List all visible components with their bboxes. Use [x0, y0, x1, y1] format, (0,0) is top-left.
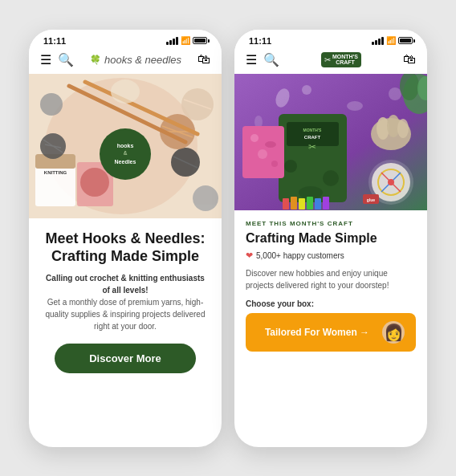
svg-rect-52	[323, 197, 329, 210]
menu-icon[interactable]: ☰	[40, 52, 51, 67]
content-area-2: MEET THIS MONTH'S CRAFT Crafting Made Si…	[234, 210, 427, 447]
svg-point-35	[250, 134, 259, 142]
meet-tag: MEET THIS MONTH'S CRAFT	[246, 220, 416, 227]
status-bar-2: 11:11 📶	[234, 30, 427, 49]
svg-text:&: &	[124, 150, 128, 156]
battery-icon	[193, 37, 207, 44]
svg-point-19	[111, 79, 140, 104]
phone-1: 11:11 📶 ☰ 🔍 🍀 hooks & needles	[29, 30, 222, 447]
choose-box-label: Choose your box:	[246, 299, 416, 308]
search-icon[interactable]: 🔍	[58, 52, 74, 67]
brand-logo-2: ✂ MONTH'S CRAFT	[286, 52, 397, 67]
svg-point-31	[284, 160, 297, 173]
svg-point-37	[258, 149, 267, 159]
hero-svg-2: MONTH'S CRAFT ✂	[234, 74, 427, 210]
wifi-icon: 📶	[181, 36, 190, 45]
menu-icon-2[interactable]: ☰	[246, 52, 257, 67]
svg-point-32	[323, 170, 339, 186]
svg-rect-50	[307, 197, 313, 210]
svg-point-18	[40, 93, 63, 116]
svg-text:CRAFT: CRAFT	[304, 135, 321, 140]
time-1: 11:11	[43, 36, 66, 46]
svg-text:✂: ✂	[308, 141, 316, 153]
tailored-btn-label: Tailored For Women →	[257, 327, 377, 338]
nav-bar-2: ☰ 🔍 ✂ MONTH'S CRAFT 🛍	[234, 49, 427, 74]
phones-container: 11:11 📶 ☰ 🔍 🍀 hooks & needles	[29, 30, 427, 447]
svg-point-23	[347, 101, 363, 111]
svg-text:glue: glue	[367, 197, 375, 202]
heart-icon: ❤	[246, 250, 253, 261]
brand-logo-1: 🍀 hooks & needles	[80, 54, 191, 66]
main-title-2: Crafting Made Simple	[246, 230, 416, 246]
search-icon-2[interactable]: 🔍	[263, 52, 279, 67]
person-avatar: 👩	[382, 321, 405, 344]
svg-text:hooks: hooks	[117, 143, 134, 148]
description-2: Discover new hobbies and enjoy unique pr…	[246, 267, 416, 291]
content-area-1: Meet Hooks & Needles: Crafting Made Simp…	[29, 218, 222, 447]
status-icons-2: 📶	[372, 36, 413, 45]
svg-point-38	[271, 161, 278, 167]
svg-point-22	[302, 85, 311, 95]
wifi-icon-2: 📶	[386, 36, 396, 45]
cart-icon-2[interactable]: 🛍	[403, 52, 416, 67]
svg-point-24	[389, 87, 401, 100]
hero-image-2: MONTH'S CRAFT ✂	[234, 74, 427, 210]
discover-more-button[interactable]: Discover More	[55, 344, 197, 373]
phone-2: 11:11 📶 ☰ 🔍 ✂	[234, 30, 427, 447]
svg-text:MONTH'S: MONTH'S	[303, 128, 323, 132]
svg-point-13	[193, 185, 218, 211]
svg-rect-51	[315, 198, 321, 210]
svg-point-46	[388, 179, 394, 185]
svg-point-36	[265, 141, 276, 148]
signal-icon	[166, 37, 178, 45]
svg-rect-48	[291, 197, 297, 210]
main-title-1: Meet Hooks & Needles: Crafting Made Simp…	[45, 230, 205, 266]
status-icons-1: 📶	[166, 36, 207, 45]
sub-description-1: Calling out crochet & knitting enthusias…	[42, 272, 209, 332]
cart-icon[interactable]: 🛍	[197, 52, 210, 67]
time-2: 11:11	[249, 36, 271, 46]
hero-svg-1: KNITTING	[29, 74, 222, 218]
happy-customers: ❤ 5,000+ happy customers	[246, 250, 416, 261]
battery-icon-2	[398, 37, 413, 44]
svg-rect-49	[299, 198, 305, 210]
hero-image-1: KNITTING	[29, 74, 222, 218]
svg-text:KNITTING: KNITTING	[44, 170, 67, 175]
svg-text:Needles: Needles	[115, 159, 136, 165]
nav-bar-1: ☰ 🔍 🍀 hooks & needles 🛍	[29, 49, 222, 74]
svg-rect-47	[283, 198, 289, 210]
status-bar-1: 11:11 📶	[29, 30, 222, 49]
tailored-for-women-button[interactable]: Tailored For Women → 👩	[246, 313, 416, 352]
svg-point-6	[80, 168, 109, 197]
signal-icon-2	[372, 37, 384, 45]
svg-point-42	[397, 119, 409, 138]
